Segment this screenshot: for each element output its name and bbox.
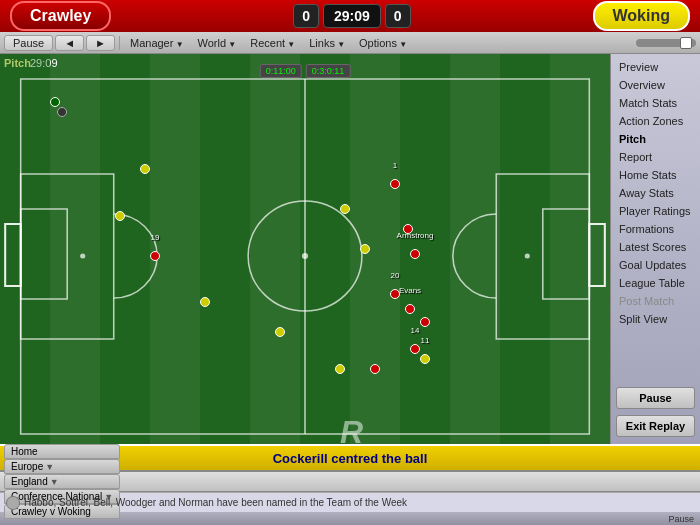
player-label-4: 19: [151, 233, 160, 242]
sidebar-item-away-stats[interactable]: Away Stats: [611, 184, 700, 202]
pause-sidebar-button[interactable]: Pause: [616, 387, 695, 409]
tab-europe[interactable]: Europe▼: [4, 459, 120, 474]
svg-rect-6: [5, 224, 21, 286]
player-dot-5: [200, 297, 210, 307]
sidebar-item-report[interactable]: Report: [611, 148, 700, 166]
sidebar-item-post-match: Post Match: [611, 292, 700, 310]
svg-rect-5: [21, 209, 68, 299]
sidebar-item-home-stats[interactable]: Home Stats: [611, 166, 700, 184]
svg-point-3: [302, 253, 308, 259]
sidebar-item-goal-updates[interactable]: Goal Updates: [611, 256, 700, 274]
player-label-11: Armstrong: [397, 231, 434, 240]
sidebar-item-pitch[interactable]: Pitch: [611, 130, 700, 148]
ticker-icon: [6, 496, 20, 510]
player-dot-2: [115, 211, 125, 221]
bottom-pause-button[interactable]: Pause: [668, 514, 694, 524]
slider-thumb[interactable]: [680, 37, 692, 49]
tab-home[interactable]: Home: [4, 444, 120, 459]
right-sidebar: PreviewOverviewMatch StatsAction ZonesPi…: [610, 54, 700, 444]
sidebar-item-player-ratings[interactable]: Player Ratings: [611, 202, 700, 220]
options-menu[interactable]: Options: [353, 36, 413, 50]
score-right: 0: [385, 4, 411, 28]
sidebar-item-preview[interactable]: Preview: [611, 58, 700, 76]
player-dot-16: [420, 354, 430, 364]
sidebar-item-latest-scores[interactable]: Latest Scores: [611, 238, 700, 256]
next-button[interactable]: ►: [86, 35, 115, 51]
svg-rect-9: [589, 224, 605, 286]
pitch-markings: [0, 54, 610, 444]
pause-button[interactable]: Pause: [4, 35, 53, 51]
sidebar-item-formations[interactable]: Formations: [611, 220, 700, 238]
player-label-12: 20: [391, 271, 400, 280]
main-area: Pitch 29:09: [0, 54, 700, 444]
player-dot-13: [405, 304, 415, 314]
sidebar-spacer: [611, 328, 700, 384]
player-dot-11: [410, 249, 420, 259]
exit-replay-button[interactable]: Exit Replay: [616, 415, 695, 437]
svg-point-10: [80, 254, 85, 259]
match-time: 29:09: [323, 4, 381, 28]
sidebar-items-container: PreviewOverviewMatch StatsAction ZonesPi…: [611, 58, 700, 328]
sidebar-item-league-table[interactable]: League Table: [611, 274, 700, 292]
player-dot-14: [420, 317, 430, 327]
replay-indicator: R: [340, 414, 363, 444]
prev-button[interactable]: ◄: [55, 35, 84, 51]
links-menu[interactable]: Links: [303, 36, 351, 50]
score-left: 0: [293, 4, 319, 28]
player-dot-18: [335, 364, 345, 374]
score-box: 0 29:09 0: [293, 4, 410, 28]
team-right: Woking: [593, 1, 690, 31]
player-label-15: 14: [411, 326, 420, 335]
score-display-2: 0:3:0:11: [306, 64, 351, 78]
speed-slider[interactable]: [636, 39, 696, 47]
nav-sep-1: [119, 36, 120, 50]
player-dot-6: [275, 327, 285, 337]
player-label-9: 1: [393, 161, 397, 170]
sidebar-item-overview[interactable]: Overview: [611, 76, 700, 94]
svg-point-11: [525, 254, 530, 259]
player-dot-15: [410, 344, 420, 354]
manager-menu[interactable]: Manager: [124, 36, 190, 50]
player-label-13: Evans: [399, 286, 421, 295]
player-dot-3: [140, 164, 150, 174]
player-dot-7: [340, 204, 350, 214]
pitch-panel: Pitch 29:09: [0, 54, 610, 444]
player-dot-17: [370, 364, 380, 374]
pitch-score-bar: 0:11:00 0:3:0:11: [260, 64, 351, 78]
nav-bar: Pause ◄ ► Manager World Recent Links Opt…: [0, 32, 700, 54]
tab-bar: HomeEurope▼England▼Conference National▼C…: [0, 472, 700, 492]
tab-england[interactable]: England▼: [4, 474, 120, 489]
sidebar-item-action-zones[interactable]: Action Zones: [611, 112, 700, 130]
player-dot-8: [360, 244, 370, 254]
player-label-16: 11: [421, 336, 430, 345]
player-dot-0: [50, 97, 60, 107]
recent-menu[interactable]: Recent: [244, 36, 301, 50]
status-text: Cockerill centred the ball: [273, 451, 428, 466]
world-menu[interactable]: World: [192, 36, 243, 50]
player-dot-4: [150, 251, 160, 261]
player-dot-9: [390, 179, 400, 189]
ticker-text: Habbo, Sottrel, Bell, Woodger and Norman…: [24, 497, 407, 508]
team-left: Crawley: [10, 1, 111, 31]
top-header: Crawley 0 29:09 0 Woking: [0, 0, 700, 32]
sidebar-item-split-view[interactable]: Split View: [611, 310, 700, 328]
svg-rect-8: [543, 209, 590, 299]
score-display-1: 0:11:00: [260, 64, 302, 78]
player-dot-1: [57, 107, 67, 117]
sidebar-item-match-stats[interactable]: Match Stats: [611, 94, 700, 112]
